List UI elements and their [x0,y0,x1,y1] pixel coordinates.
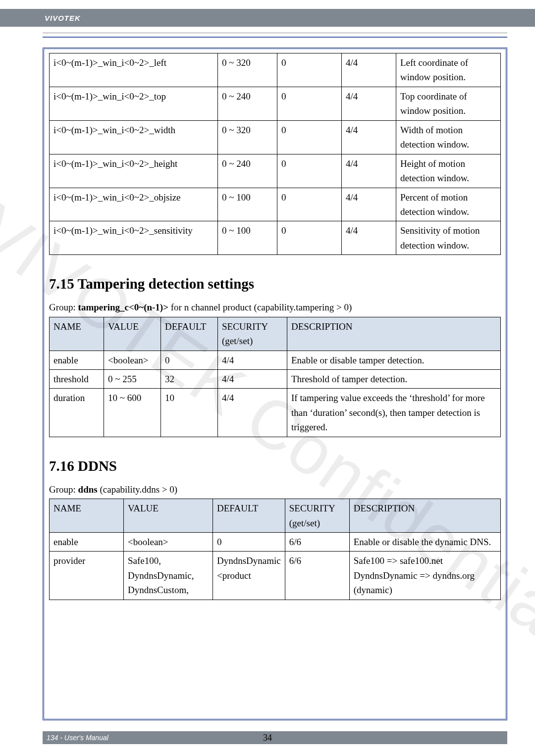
param-desc: Enable or disable tamper detection. [287,351,501,369]
group-prefix: Group: [49,302,78,312]
param-name: i<0~(m-1)>_win_i<0~2>_height [50,154,218,188]
table-header-row: NAME VALUE DEFAULT SECURITY (get/set) DE… [50,317,501,351]
col-default: DEFAULT [213,499,285,533]
table-row: duration 10 ~ 600 10 4/4 If tampering va… [50,389,501,437]
ddns-table: NAME VALUE DEFAULT SECURITY (get/set) DE… [49,499,501,600]
param-default: 0 [277,53,342,87]
param-name: threshold [50,369,104,388]
param-default: 0 [277,120,342,154]
col-security: SECURITY (get/set) [218,317,287,351]
col-value: VALUE [124,499,213,533]
param-name: i<0~(m-1)>_win_i<0~2>_top [50,87,218,120]
param-default: 0 [277,154,342,188]
tampering-table: NAME VALUE DEFAULT SECURITY (get/set) DE… [49,317,501,437]
center-page-number: 34 [263,733,272,743]
col-default: DEFAULT [161,317,218,351]
param-name: i<0~(m-1)>_win_i<0~2>_sensitivity [50,221,218,255]
motion-window-table: i<0~(m-1)>_win_i<0~2>_left 0 ~ 320 0 4/4… [49,53,501,255]
col-name: NAME [50,317,104,351]
param-name: i<0~(m-1)>_win_i<0~2>_objsize [50,188,218,221]
param-name: i<0~(m-1)>_win_i<0~2>_width [50,120,218,154]
section-heading-715: 7.15 Tampering detection settings [49,273,501,295]
group-line-715: Group: tampering_c<0~(n-1)> for n channe… [49,300,501,314]
param-security: 4/4 [342,221,396,255]
param-desc: Threshold of tamper detection. [287,369,501,388]
param-desc: If tampering value exceeds the ‘threshol… [287,389,501,437]
col-desc: DESCRIPTION [349,499,500,533]
param-security: 4/4 [218,389,287,437]
param-default: 0 [161,351,218,369]
param-value: 0 ~ 240 [218,154,277,188]
param-security: 6/6 [285,552,349,600]
param-default: 0 [277,87,342,120]
param-name: enable [50,532,124,551]
param-security: 4/4 [342,154,396,188]
param-desc: Width of motion detection window. [396,120,501,154]
table-row: enable <boolean> 0 6/6 Enable or disable… [50,532,501,551]
footer-bar: 134 - User's Manual [43,731,507,744]
param-default: 0 [277,188,342,221]
param-value: Safe100, DyndnsDynamic, DyndnsCustom, [124,552,213,600]
table-row: threshold 0 ~ 255 32 4/4 Threshold of ta… [50,369,501,388]
table-row: i<0~(m-1)>_win_i<0~2>_top 0 ~ 240 0 4/4 … [50,87,501,120]
table-row: i<0~(m-1)>_win_i<0~2>_height 0 ~ 240 0 4… [50,154,501,188]
section-heading-716: 7.16 DDNS [49,455,501,477]
group-suffix: for n channel product (capability.tamper… [168,302,352,312]
param-value: 0 ~ 255 [104,369,161,388]
col-value: VALUE [104,317,161,351]
group-name: ddns [78,484,98,495]
param-desc: Top coordinate of window position. [396,87,501,120]
page-content: VIVOTEK Confidential i<0~(m-1)>_win_i<0~… [43,48,507,720]
footer-text: 134 - User's Manual [47,734,108,742]
param-desc: Enable or disable the dynamic DNS. [349,532,500,551]
param-name: duration [50,389,104,437]
param-value: 0 ~ 240 [218,87,277,120]
group-line-716: Group: ddns (capability.ddns > 0) [49,482,501,497]
brand-label: VIVOTEK [45,14,81,22]
param-security: 4/4 [342,120,396,154]
param-security: 4/4 [342,188,396,221]
col-desc: DESCRIPTION [287,317,501,351]
param-name: enable [50,351,104,369]
table-row: provider Safe100, DyndnsDynamic, DyndnsC… [50,552,501,600]
param-desc: Left coordinate of window position. [396,53,501,87]
header-rule [43,33,507,38]
header-bar: VIVOTEK [0,9,535,27]
group-prefix: Group: [49,484,78,495]
param-value: 0 ~ 320 [218,53,277,87]
param-value: <boolean> [104,351,161,369]
table-row: enable <boolean> 0 4/4 Enable or disable… [50,351,501,369]
param-name: i<0~(m-1)>_win_i<0~2>_left [50,53,218,87]
param-value: <boolean> [124,532,213,551]
param-default: 32 [161,369,218,388]
param-default: DyndnsDynamic <product [213,552,285,600]
table-row: i<0~(m-1)>_win_i<0~2>_sensitivity 0 ~ 10… [50,221,501,255]
param-desc: Percent of motion detection window. [396,188,501,221]
param-value: 0 ~ 100 [218,221,277,255]
table-row: i<0~(m-1)>_win_i<0~2>_width 0 ~ 320 0 4/… [50,120,501,154]
param-security: 4/4 [342,87,396,120]
table-row: i<0~(m-1)>_win_i<0~2>_left 0 ~ 320 0 4/4… [50,53,501,87]
param-desc: Safe100 => safe100.net DyndnsDynamic => … [349,552,500,600]
param-default: 0 [277,221,342,255]
param-value: 0 ~ 100 [218,188,277,221]
param-desc: Sensitivity of motion detection window. [396,221,501,255]
param-default: 0 [213,532,285,551]
param-security: 6/6 [285,532,349,551]
col-security: SECURITY (get/set) [285,499,349,533]
table-row: i<0~(m-1)>_win_i<0~2>_objsize 0 ~ 100 0 … [50,188,501,221]
group-suffix: (capability.ddns > 0) [98,484,177,495]
param-value: 10 ~ 600 [104,389,161,437]
param-security: 4/4 [342,53,396,87]
param-default: 10 [161,389,218,437]
group-name: tampering_c<0~(n-1)> [78,302,168,312]
param-value: 0 ~ 320 [218,120,277,154]
col-name: NAME [50,499,124,533]
param-security: 4/4 [218,351,287,369]
param-name: provider [50,552,124,600]
table-header-row: NAME VALUE DEFAULT SECURITY (get/set) DE… [50,499,501,533]
param-desc: Height of motion detection window. [396,154,501,188]
param-security: 4/4 [218,369,287,388]
